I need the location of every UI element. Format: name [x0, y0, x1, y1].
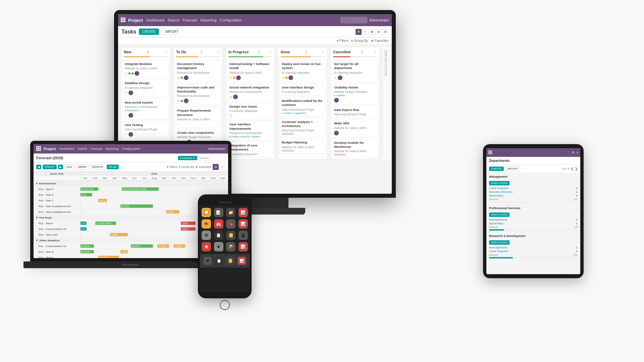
card-design-use-cases[interactable]: Design Use Cases E-Learning Integration … [227, 103, 273, 119]
link-appraisal[interactable]: Appraisal(s) [489, 194, 503, 197]
dock-icon-notebook[interactable]: 📒 [226, 257, 234, 265]
employee-tag[interactable]: Employee ✕ [178, 156, 197, 160]
card-deploy-review[interactable]: Deploy and review on live system E-Learn… [279, 60, 326, 82]
list-view-button[interactable]: ≡ [362, 29, 368, 35]
col-add-inprogress[interactable]: + [269, 49, 272, 55]
today-button[interactable]: TODAY [43, 165, 57, 169]
nav-reporting[interactable]: Reporting [201, 18, 217, 22]
week-button[interactable]: WEEK [76, 164, 89, 170]
card-integration-core[interactable]: Integration of core components E-Learnin… [227, 141, 273, 158]
phone-app-stats[interactable]: 📊 [238, 219, 248, 229]
phone-app-bookmark[interactable]: 🔖 [226, 219, 235, 229]
month-button[interactable]: MONTH [90, 164, 105, 170]
card-modifications[interactable]: Modifications asked by the customer Data… [279, 97, 326, 117]
grid-icon[interactable] [488, 150, 492, 155]
col-add-new[interactable]: + [165, 49, 167, 55]
nav-search[interactable]: Search [77, 147, 87, 150]
nav-dashboard[interactable]: Dashboard [59, 147, 74, 150]
card-dataflow-design[interactable]: Dataflow Design E-Learning Integration ★ [122, 79, 169, 97]
col-add-todo[interactable]: + [217, 49, 220, 55]
dept-management-employees-btn[interactable]: EMPLOYEES [489, 181, 509, 185]
card-ui-design[interactable]: User Interface design E-Learning Integra… [279, 83, 326, 96]
phone-app-chat[interactable]: 💬 [202, 208, 211, 217]
next-button[interactable]: ▶ [58, 165, 63, 169]
grid-icon[interactable] [36, 146, 42, 152]
add-column-button[interactable]: Add new Column [382, 47, 389, 160]
tablet-create-button[interactable]: CREATE [489, 167, 504, 171]
phone-app-settings[interactable]: ⚙ [202, 231, 211, 240]
filters-label[interactable]: ▾ Filters [167, 165, 177, 169]
nav-forecast[interactable]: Forecast [183, 18, 197, 22]
card-unit-testing[interactable]: Unit Testing Data Import/Export Plugin ☆ [122, 121, 169, 139]
nav-configuration[interactable]: Configuration [220, 18, 241, 22]
dept-rd-employees-btn[interactable]: EMPLOYEES [489, 240, 509, 245]
card-usability-review[interactable]: Usability review Website Design Template… [332, 83, 378, 105]
tablet-next[interactable]: ❯ [575, 167, 578, 171]
link-leave-requests-rd[interactable]: Leave Requests [489, 250, 508, 253]
phone-app-calendar[interactable]: 📅 [214, 219, 223, 229]
group-by-label[interactable]: ▾ Group By [179, 165, 194, 169]
tablet-import-button[interactable]: IMPORT [505, 166, 520, 171]
tablet-icon-1[interactable]: 👤 [566, 151, 570, 154]
card-social-network[interactable]: Social network integration Research & De… [227, 83, 273, 101]
phone-home-button[interactable] [220, 300, 230, 310]
nav-dashboard[interactable]: Dashboard [146, 18, 164, 22]
tablet-icon-3[interactable]: ≡ [577, 151, 578, 154]
link-new-applicants-rd[interactable]: New Applicants [489, 246, 507, 249]
phone-app-star2[interactable]: ★ [214, 242, 223, 251]
create-button[interactable]: CREATE [139, 28, 159, 35]
list-view-btn[interactable]: ≡ [219, 164, 225, 170]
card-budget-planning[interactable]: Budget Planning Website for Sales & WMS … [279, 138, 326, 154]
tablet-icon-2[interactable]: ⚙ [572, 151, 575, 154]
search-input[interactable] [340, 17, 367, 23]
phone-app-eye[interactable]: 👁 [202, 219, 211, 229]
link-new-applicants[interactable]: New Applicants [489, 218, 507, 221]
favorites-label[interactable]: ★ Favorites [195, 165, 211, 169]
nav-forecast[interactable]: Forecast [91, 147, 102, 150]
favorites-label[interactable]: ★ Favorites [371, 39, 388, 43]
card-new-portal[interactable]: New portal system Research & Development… [122, 99, 169, 120]
grid-icon[interactable] [121, 17, 126, 23]
phone-app-files[interactable]: 📁 [226, 208, 235, 217]
nav-search[interactable]: Search [168, 18, 179, 22]
card-make-srs[interactable]: Make SRS Website for Sales & WMS [332, 119, 378, 137]
import-button[interactable]: IMPORT [162, 28, 182, 35]
phone-app-box[interactable]: 📦 [226, 242, 235, 251]
card-set-target[interactable]: Set target for all deparments E-Learning… [332, 60, 378, 82]
dock-icon-chart[interactable]: 📊 [238, 257, 246, 265]
employee-search[interactable] [199, 155, 225, 161]
phone-app-star[interactable]: ⭐ [202, 242, 211, 251]
card-doc-history[interactable]: Document history management Research & D… [175, 60, 221, 82]
card-improve-code[interactable]: Improve+clean code and functionality Res… [175, 83, 221, 106]
tablet-prev[interactable]: ❮ [571, 167, 574, 171]
col-add-done[interactable]: + [322, 49, 324, 55]
group-by-label[interactable]: ▾ Group By [351, 39, 368, 43]
phone-app-mobile[interactable]: 📱 [238, 231, 248, 240]
phone-app-chart2[interactable]: 📊 [238, 242, 248, 251]
link-appraisal-ps[interactable]: Appraisal(s) [489, 222, 503, 225]
nav-configuration[interactable]: Configuration [122, 147, 140, 150]
filters-label[interactable]: ▾ Filters [337, 39, 348, 43]
card-integrate-modules[interactable]: Integrate Modules Website for Sales & WM… [122, 60, 169, 78]
card-prepare-reqs[interactable]: Prepare Requirements Document Website fo… [175, 107, 221, 127]
phone-app-tasks[interactable]: 📋 [214, 231, 223, 240]
dept-ps-employees-btn[interactable]: EMPLOYEES [489, 213, 509, 217]
gantt-view-btn[interactable]: ▤ [213, 164, 219, 170]
phone-app-notebook[interactable]: 📒 [226, 231, 235, 240]
col-add-cancelled[interactable]: + [374, 49, 377, 55]
nav-reporting[interactable]: Reporting [106, 147, 119, 150]
dock-icon-tasks[interactable]: 📋 [215, 257, 223, 265]
dock-icon-settings[interactable]: ⚙ [204, 257, 212, 265]
link-leave-requests[interactable]: Leave Requests [489, 187, 508, 190]
card-customer-analysis[interactable]: Customer analysis + Architecture Data Im… [279, 118, 326, 137]
phone-app-chart[interactable]: 📊 [238, 208, 248, 217]
graph-view-button[interactable]: ▧ [382, 29, 388, 35]
phone-app-notes[interactable]: 📝 [214, 208, 223, 217]
card-internal-testing[interactable]: Internal testing + Software Install Webs… [227, 60, 273, 82]
card-develop-warehouse[interactable]: Develop module for Warehouse Website for… [332, 139, 378, 158]
gantt-view-button[interactable]: ▤ [376, 29, 382, 35]
kanban-view-button[interactable]: ⊞ [356, 29, 362, 35]
day-button[interactable]: DAY [64, 164, 74, 170]
prev-button[interactable]: ◀ [36, 165, 41, 169]
year-button[interactable]: YEAR [107, 165, 119, 169]
